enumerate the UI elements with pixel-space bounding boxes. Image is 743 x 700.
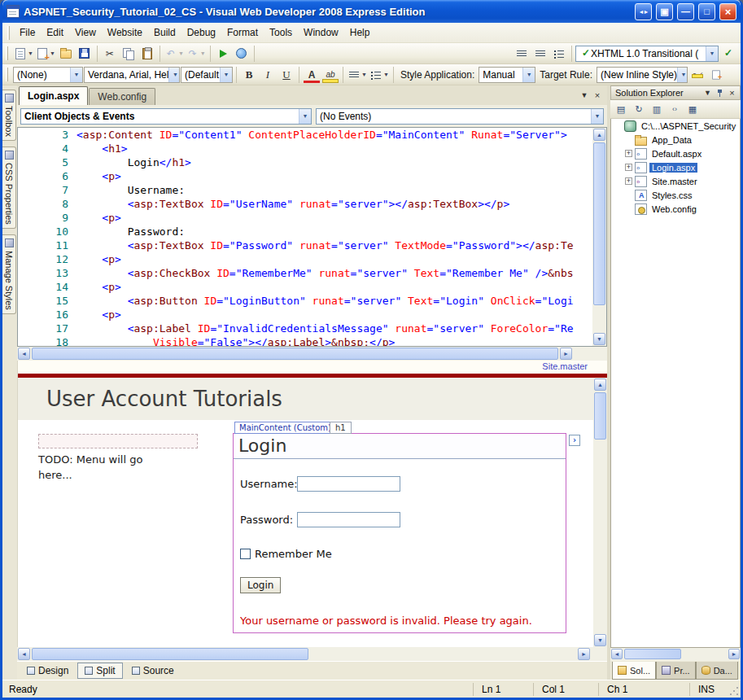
tree-item-styles-css[interactable]: Styles.css xyxy=(611,188,740,202)
scroll-down-button[interactable]: ▼ xyxy=(594,634,606,646)
tree-item-login-aspx[interactable]: +Login.aspx xyxy=(611,160,740,174)
master-page-link[interactable]: Site.master xyxy=(542,361,588,371)
view-code-button[interactable]: ‹› xyxy=(667,102,683,117)
tree-item-web-config[interactable]: Web.config xyxy=(611,202,740,216)
font-name-dropdown[interactable]: Verdana, Arial, Hel▼ xyxy=(84,67,180,83)
menu-view[interactable]: View xyxy=(69,24,102,42)
font-color-button[interactable]: A xyxy=(303,66,321,84)
close-button[interactable]: × xyxy=(719,3,736,20)
code-editor[interactable]: 3<asp:Content ID="Content1" ContentPlace… xyxy=(17,127,607,347)
side-tab-toolbox[interactable]: Toolbox xyxy=(2,90,16,141)
menu-tools[interactable]: Tools xyxy=(264,24,298,42)
design-horizontal-scrollbar[interactable]: ◄ ► xyxy=(17,647,607,661)
scrollbar-thumb[interactable] xyxy=(594,392,606,440)
side-tab-css-properties[interactable]: CSS Properties xyxy=(2,147,16,229)
alignment-button[interactable]: ▼ xyxy=(347,66,368,84)
list-button[interactable]: ▼ xyxy=(369,66,390,84)
content-control[interactable]: Login Username: Password: Remember Me xyxy=(233,433,566,633)
menu-file[interactable]: File xyxy=(14,24,41,42)
scroll-up-button[interactable]: ▲ xyxy=(594,378,606,391)
scroll-right-button[interactable]: ► xyxy=(728,649,740,659)
menu-build[interactable]: Build xyxy=(148,24,181,42)
panel-tab-da[interactable]: Da... xyxy=(696,662,738,680)
maximize-button[interactable]: □ xyxy=(698,3,715,20)
menu-help[interactable]: Help xyxy=(344,24,376,42)
maincontent-region-tab[interactable]: MainContent (Custom) xyxy=(234,422,336,434)
minimize-button[interactable]: — xyxy=(677,3,694,20)
expand-icon[interactable]: + xyxy=(625,164,632,171)
target-rule-dropdown[interactable]: (New Inline Style)▼ xyxy=(597,67,688,83)
attach-stylesheet-button[interactable] xyxy=(707,66,725,84)
scroll-left-button[interactable]: ◄ xyxy=(18,348,30,360)
close-document-button[interactable]: × xyxy=(591,89,604,102)
panel-close-button[interactable]: × xyxy=(726,87,738,98)
nest-related-files-button[interactable]: ▥ xyxy=(649,102,665,117)
menu-format[interactable]: Format xyxy=(221,24,264,42)
design-vertical-scrollbar[interactable]: ▲ ▼ xyxy=(593,378,607,647)
new-style-button[interactable]: a✓ xyxy=(688,66,706,84)
italic-button[interactable]: I xyxy=(259,66,277,84)
scroll-left-button[interactable]: ◄ xyxy=(18,648,30,660)
bullets-button[interactable] xyxy=(550,45,568,63)
window-layout-button[interactable]: ▣ xyxy=(656,3,673,20)
design-view-button[interactable]: Design xyxy=(20,663,76,679)
code-vertical-scrollbar[interactable]: ▲ ▼ xyxy=(592,128,606,346)
redo-button[interactable]: ↷▼ xyxy=(186,45,207,63)
scrollbar-thumb[interactable] xyxy=(593,142,605,305)
undo-button[interactable]: ↶▼ xyxy=(164,45,185,63)
window-nav-button[interactable]: ◄► xyxy=(635,3,652,20)
scroll-right-button[interactable]: ► xyxy=(560,348,572,360)
panel-menu-button[interactable]: ▼ xyxy=(701,87,714,98)
cut-button[interactable]: ✂ xyxy=(101,45,119,63)
style-class-dropdown[interactable]: (None)▼ xyxy=(13,67,83,83)
new-file-button[interactable]: ▼ xyxy=(13,45,34,63)
increase-indent-button[interactable] xyxy=(531,45,549,63)
save-button[interactable] xyxy=(76,45,94,63)
panel-tab-pr[interactable]: Pr... xyxy=(656,662,696,680)
resize-grip[interactable] xyxy=(728,685,740,697)
tree-item-app-data[interactable]: App_Data xyxy=(611,133,740,147)
panel-tab-sol[interactable]: Sol... xyxy=(612,662,656,680)
login-heading[interactable]: Login xyxy=(234,434,566,459)
scroll-up-button[interactable]: ▲ xyxy=(593,129,605,141)
active-files-dropdown-button[interactable]: ▼ xyxy=(578,89,591,102)
properties-button[interactable]: ▤ xyxy=(613,102,629,117)
side-tab-manage-styles[interactable]: Manage Styles xyxy=(2,234,16,314)
auto-hide-pin-button[interactable] xyxy=(714,87,726,98)
decrease-indent-button[interactable] xyxy=(513,45,531,63)
underline-button[interactable]: U xyxy=(278,66,295,84)
refresh-button[interactable]: ↻ xyxy=(631,102,647,117)
tree-item-site-master[interactable]: +Site.master xyxy=(611,174,740,188)
object-dropdown[interactable]: Client Objects & Events▼ xyxy=(20,108,312,125)
login-button[interactable]: Login xyxy=(240,577,281,593)
scroll-left-button[interactable]: ◄ xyxy=(611,649,623,659)
tree-item-default-aspx[interactable]: +Default.aspx xyxy=(611,147,740,160)
source-view-button[interactable]: Source xyxy=(125,663,181,679)
start-debug-button[interactable] xyxy=(214,45,232,63)
scroll-down-button[interactable]: ▼ xyxy=(593,333,605,345)
view-in-browser-button[interactable] xyxy=(233,45,251,63)
h1-element-tab[interactable]: h1 xyxy=(330,422,352,434)
menu-edit[interactable]: Edit xyxy=(41,24,69,42)
scroll-right-button[interactable]: ► xyxy=(578,648,590,660)
bold-button[interactable]: B xyxy=(240,66,258,84)
check-page-button[interactable] xyxy=(719,45,737,63)
style-application-dropdown[interactable]: Manual▼ xyxy=(479,67,535,83)
menu-debug[interactable]: Debug xyxy=(181,24,221,42)
tab-web-config[interactable]: Web.config xyxy=(89,88,155,105)
highlight-button[interactable]: ab xyxy=(321,66,339,84)
tab-login-aspx[interactable]: Login.aspx xyxy=(19,86,88,105)
menu-placeholder[interactable] xyxy=(38,434,198,448)
scrollbar-thumb[interactable] xyxy=(32,648,308,660)
menu-window[interactable]: Window xyxy=(298,24,344,42)
expand-icon[interactable]: + xyxy=(625,150,632,157)
scrollbar-thumb[interactable] xyxy=(624,649,681,659)
smart-tag-button[interactable]: › xyxy=(569,435,580,446)
code-horizontal-scrollbar[interactable]: ◄ ► xyxy=(17,347,607,361)
panel-horizontal-scrollbar[interactable]: ◄ ► xyxy=(610,648,741,661)
view-designer-button[interactable]: ▦ xyxy=(684,102,701,117)
copy-button[interactable] xyxy=(120,45,138,63)
scrollbar-thumb[interactable] xyxy=(32,348,558,360)
split-view-button[interactable]: Split xyxy=(77,663,122,679)
password-textbox[interactable] xyxy=(297,512,400,527)
